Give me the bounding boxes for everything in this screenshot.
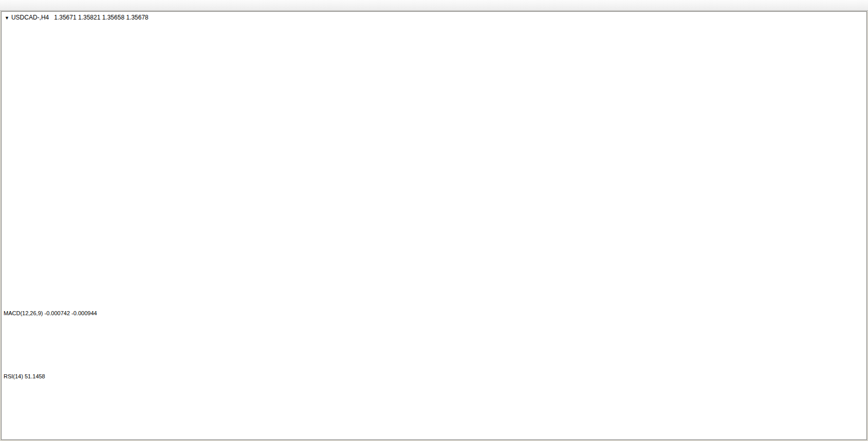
macd-name: MACD(12,26,9) xyxy=(4,310,43,316)
chart-window: ▼USDCAD-,H41.35671 1.35821 1.35658 1.356… xyxy=(1,11,867,440)
chart-collapse-icon[interactable]: ▼ xyxy=(5,15,9,21)
chart-symbol-label: USDCAD-,H4 xyxy=(11,14,49,21)
rsi-indicator-label: RSI(14) 51.1458 xyxy=(4,373,45,379)
rsi-value: 51.1458 xyxy=(25,373,45,379)
rsi-name: RSI(14) xyxy=(4,373,23,379)
main-toolbar xyxy=(0,0,868,11)
chart-title: ▼USDCAD-,H41.35671 1.35821 1.35658 1.356… xyxy=(5,14,149,21)
macd-indicator-label: MACD(12,26,9) -0.000742 -0.000944 xyxy=(4,310,97,316)
chart-canvas[interactable] xyxy=(2,12,865,438)
chart-ohlc-values: 1.35671 1.35821 1.35658 1.35678 xyxy=(54,14,149,21)
macd-values: -0.000742 -0.000944 xyxy=(44,310,97,316)
